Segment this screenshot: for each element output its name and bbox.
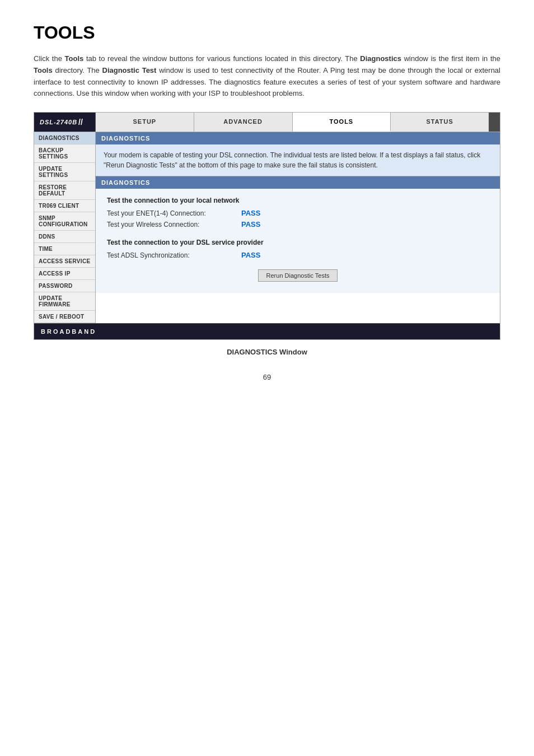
rerun-btn-row: Rerun Diagnostic Tests [107,269,489,282]
content-area: DIAGNOSTICS Your modem is capable of tes… [96,132,500,323]
sidebar-item-save-reboot[interactable]: SAVE / REBOOT [34,311,95,323]
wireless-test-label: Test your Wireless Connection: [107,221,241,228]
top-nav: DSL-2740B // SETUP ADVANCED TOOLS STATUS [34,113,500,132]
sidebar-item-restore-default[interactable]: RESTORE DEFAULT [34,181,95,200]
local-network-group: Test the connection to your local networ… [107,197,489,228]
sidebar-item-backup-settings[interactable]: BACKUP SETTINGS [34,144,95,163]
footer-text: BROADBAND [41,328,96,335]
sidebar-item-time[interactable]: TIME [34,243,95,255]
adsl-test-label: Test ADSL Synchronization: [107,251,241,259]
enet-test-row: Test your ENET(1-4) Connection: PASS [107,209,489,217]
tab-setup[interactable]: SETUP [96,113,194,132]
enet-test-status: PASS [241,209,260,217]
diag-section-header: DIAGNOSTICS [96,176,500,189]
top-section-header: DIAGNOSTICS [96,132,500,144]
caption-text: DIAGNOSTICS Window [34,348,500,356]
info-box: Your modem is capable of testing your DS… [96,144,500,176]
diag-section: DIAGNOSTICS Test the connection to your … [96,176,500,293]
nav-tab-extra [489,113,500,132]
wireless-test-status: PASS [241,220,260,228]
wireless-test-row: Test your Wireless Connection: PASS [107,220,489,228]
enet-test-label: Test your ENET(1-4) Connection: [107,209,241,217]
page-number: 69 [34,373,500,381]
sidebar-item-diagnostics[interactable]: DIAGNOSTICS [34,132,95,144]
nav-tabs: SETUP ADVANCED TOOLS STATUS [96,113,489,132]
sidebar-item-access-ip[interactable]: ACCESS IP [34,268,95,280]
info-text: Your modem is capable of testing your DS… [104,151,480,169]
sidebar-item-access-service[interactable]: ACCESS SERVICE [34,255,95,268]
rerun-diagnostic-tests-button[interactable]: Rerun Diagnostic Tests [258,269,338,282]
sidebar-item-password[interactable]: PASSWORD [34,280,95,292]
adsl-test-row: Test ADSL Synchronization: PASS [107,251,489,259]
sidebar-item-tr069-client[interactable]: TR069 CLIENT [34,200,95,212]
intro-paragraph: Click the Tools tab to reveal the window… [34,53,500,100]
brand-name: DSL-2740B [40,119,77,125]
router-footer: BROADBAND [34,323,500,339]
sidebar-item-ddns[interactable]: DDNS [34,231,95,243]
sidebar: DIAGNOSTICS BACKUP SETTINGS UPDATE SETTI… [34,132,96,323]
local-network-title: Test the connection to your local networ… [107,197,489,204]
tab-status[interactable]: STATUS [391,113,489,132]
tab-tools[interactable]: TOOLS [293,113,391,132]
tab-advanced[interactable]: ADVANCED [194,113,293,132]
router-frame: DSL-2740B // SETUP ADVANCED TOOLS STATUS… [34,112,500,340]
dsl-group: Test the connection to your DSL service … [107,239,489,259]
main-layout: DIAGNOSTICS BACKUP SETTINGS UPDATE SETTI… [34,132,500,323]
diag-body: Test the connection to your local networ… [96,189,500,293]
brand-slashes: // [78,118,83,127]
sidebar-item-update-firmware[interactable]: UPDATE FIRMWARE [34,292,95,311]
brand-cell: DSL-2740B // [34,113,96,132]
adsl-test-status: PASS [241,251,260,259]
sidebar-item-snmp-configuration[interactable]: SNMP CONFIGURATION [34,212,95,231]
sidebar-item-update-settings[interactable]: UPDATE SETTINGS [34,163,95,181]
dsl-title: Test the connection to your DSL service … [107,239,489,246]
page-title: TOOLS [34,22,500,43]
